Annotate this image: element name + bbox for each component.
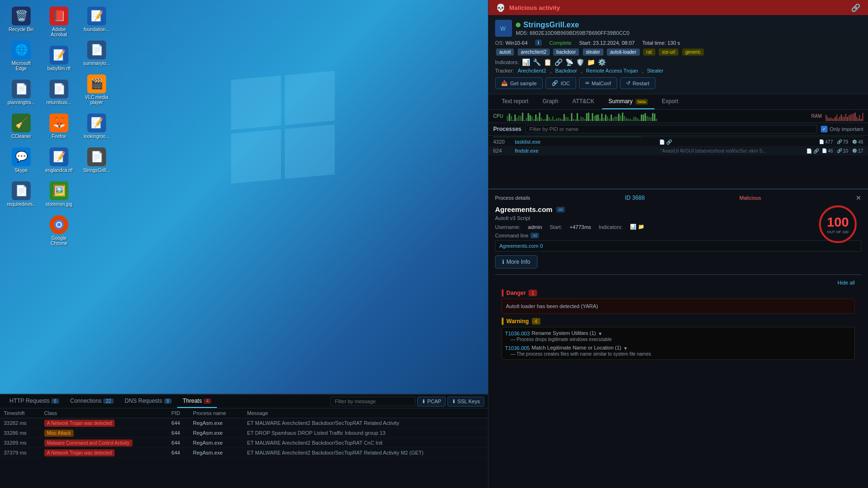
network-tabs: HTTP Requests 6 Connections 22 DNS Reque… (0, 395, 488, 408)
tracker-arechclient2[interactable]: Arechclient2 (518, 68, 546, 73)
cell-message: ET MALWARE Arechclient2 Backdoor/SecTopR… (243, 448, 488, 458)
tracker-rat[interactable]: Remote Access Trojan (586, 68, 638, 73)
pd-ind-icon-1[interactable]: 📊 (630, 224, 637, 229)
desktop-icon-foundation[interactable]: 📝 foundation... (80, 5, 113, 34)
tab-attck[interactable]: ATT&CK (566, 94, 601, 109)
ind-icon-3[interactable]: 📋 (544, 58, 552, 66)
desktop-icon-summarylo[interactable]: 📄 summarylo... (80, 39, 113, 68)
process-name-tasklist: tasklist.exe (515, 139, 656, 145)
ind-icon-6[interactable]: 🛡️ (576, 58, 584, 66)
table-row[interactable]: 33289 ms Malware Command and Control Act… (0, 438, 488, 448)
process-row-tasklist[interactable]: 4320 tasklist.exe 📄 🔗 📄 477 🔗 79 ⚙️ 46 (488, 138, 868, 146)
pd-ind-icon-2[interactable]: 📁 (638, 224, 645, 229)
desktop-icon-returnbusi[interactable]: 📄 returnbusi... (42, 78, 75, 107)
skull-icon: 💀 (496, 3, 505, 12)
desktop-icon-englandca[interactable]: 📝 englandca.rtf (42, 146, 75, 175)
close-process-details-button[interactable]: ✕ (856, 194, 861, 202)
tab-http-requests[interactable]: HTTP Requests 6 (4, 395, 65, 408)
restart-button[interactable]: ↺ Restart (620, 77, 655, 89)
process-filter-input[interactable] (525, 125, 817, 133)
tag-generic[interactable]: generic (682, 49, 704, 56)
table-row[interactable]: 33282 ms A Network Trojan was detected 6… (0, 418, 488, 428)
danger-item: AutoIt loader has been detected (YARA) (502, 299, 855, 314)
process-action-icons-2: 📄 🔗 (806, 148, 819, 154)
expand-icon-1[interactable]: ▼ (598, 331, 603, 336)
ind-icon-1[interactable]: 📊 (522, 58, 530, 66)
danger-indicator (502, 289, 504, 297)
desktop-icon-vlc[interactable]: 🎬 VLC media player (80, 73, 113, 107)
pcap-button[interactable]: ⬇ PCAP (417, 397, 446, 407)
svg-point-2 (57, 223, 61, 227)
tab-export[interactable]: Export (655, 94, 685, 109)
process-net-icon-2[interactable]: 🔗 (813, 148, 819, 154)
only-important-checkbox[interactable]: ✓ (821, 126, 827, 132)
desktop-icon-recycle-bin[interactable]: 🗑️ Recycle Bin (5, 5, 38, 34)
table-row[interactable]: 37379 ms A Network Trojan was detected 6… (0, 448, 488, 458)
only-important-toggle[interactable]: ✓ Only important (821, 126, 863, 132)
ioc-button[interactable]: 🔗 IOC (546, 77, 576, 89)
process-net-icon[interactable]: 🔗 (666, 139, 672, 145)
cell-class: Misc Attack (41, 428, 168, 438)
cell-class: A Network Trojan was detected (41, 418, 168, 428)
ind-icon-8[interactable]: ⚙️ (598, 58, 606, 66)
get-sample-button[interactable]: 📥 Get sample (495, 77, 543, 89)
cmdline-ai-badge: AI (530, 233, 539, 238)
desktop-icon-firefox[interactable]: 🦊 Firefox (42, 112, 75, 141)
action-buttons: 📥 Get sample 🔗 IOC ✕ MalConf ↺ Restart (495, 77, 861, 89)
hide-all-button[interactable]: Hide all (837, 280, 855, 285)
pd-id: ID 3688 (625, 195, 645, 201)
ioc-icon: 🔗 (552, 80, 558, 86)
message-filter-input[interactable] (331, 397, 415, 406)
ssl-keys-button[interactable]: ⬇ SSL Keys (447, 397, 484, 407)
process-file-icon[interactable]: 📄 (659, 139, 665, 145)
tab-text-report[interactable]: Text report (495, 94, 535, 109)
os-info: OS: Win10-64 (495, 40, 528, 46)
table-row[interactable]: 33286 ms Misc Attack 644 RegAsm.exe ET D… (0, 428, 488, 438)
tag-arechclient2[interactable]: arechclient2 (518, 49, 550, 56)
pd-indicators-icons: 📊 📁 (630, 224, 645, 230)
desktop-icon-edge[interactable]: 🌐 Microsoft Edge (5, 39, 38, 73)
tracker-stealer[interactable]: Stealer (647, 68, 663, 73)
process-details-header: Process details ID 3688 Malicious ✕ (495, 194, 861, 202)
warning-indicator (502, 317, 504, 325)
more-info-button[interactable]: ℹ More Info (495, 255, 537, 268)
ind-icon-7[interactable]: 📁 (587, 58, 595, 66)
desktop-icon-adobe[interactable]: 📕 Adobe Acrobat (42, 5, 75, 39)
tag-backdoor[interactable]: backdoor (553, 49, 579, 56)
tracker-backdoor[interactable]: Backdoor (555, 68, 577, 73)
process-file-icon-2[interactable]: 📄 (806, 148, 812, 154)
share-button[interactable]: 🔗 (851, 3, 860, 12)
warning-link-1[interactable]: T1036.003 (505, 331, 530, 336)
score-label: OUT OF 100 (827, 230, 849, 234)
desktop-icon-skype[interactable]: 💬 Skype (5, 146, 38, 175)
os-info-badge[interactable]: ℹ (535, 40, 542, 46)
desktop-icon-requiredevis[interactable]: 📄 requiredevis... (5, 179, 38, 214)
file-icon: W (495, 20, 512, 37)
tab-graph[interactable]: Graph (536, 94, 565, 109)
desktop-icon-storemsn[interactable]: 🖼️ storemsn.jpg (42, 179, 75, 209)
desktop-icon-planningtra[interactable]: 📄 planningtra... (5, 78, 38, 107)
ind-icon-2[interactable]: 🔧 (533, 58, 541, 66)
malconf-button[interactable]: ✕ MalConf (579, 77, 617, 89)
tab-dns-requests[interactable]: DNS Requests 8 (119, 395, 177, 408)
ind-icon-5[interactable]: 📡 (565, 58, 573, 66)
warning-link-2[interactable]: T1036.005 (505, 345, 530, 351)
tag-rat[interactable]: rat (643, 49, 655, 56)
tag-autoit-loader[interactable]: autoit-loader (607, 49, 640, 56)
ind-icon-4[interactable]: 🔗 (554, 58, 562, 66)
right-panel: 💀 Malicious activity 🔗 W StringsGrill.ex… (488, 0, 868, 488)
tab-connections[interactable]: Connections 22 (65, 395, 119, 408)
tab-summary[interactable]: Summary beta (602, 94, 654, 109)
desktop-icon-chrome[interactable]: Google Chrome (42, 213, 75, 248)
tag-autoit[interactable]: autoit (496, 49, 514, 56)
tab-threats[interactable]: Threats 4 (177, 395, 217, 408)
desktop-icon-babyfilm[interactable]: 📝 babyfilm.rtf (42, 44, 75, 73)
process-row-findstr[interactable]: 624 findstr.exe "AvastUI AVGUI bdservice… (488, 146, 868, 155)
desktop-icon-lookingroo[interactable]: 📝 lookingroo... (80, 112, 113, 141)
pd-cmdline-label: Command line AI (495, 233, 861, 238)
tag-stealer[interactable]: stealer (583, 49, 603, 56)
desktop-icon-stringsgrill[interactable]: 📄 StringsGrill... (80, 146, 113, 175)
desktop-icon-ccleaner[interactable]: 🧹 CCleaner (5, 112, 38, 141)
tag-xor-url[interactable]: xor-url (659, 49, 678, 56)
expand-icon-2[interactable]: ▼ (623, 346, 628, 351)
